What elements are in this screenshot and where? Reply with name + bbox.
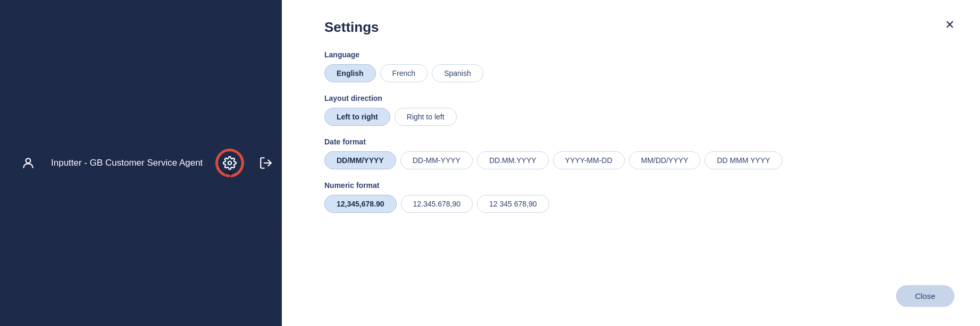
settings-button[interactable]: ☞	[216, 150, 243, 176]
layout-direction-section: Layout direction Left to right Right to …	[324, 94, 954, 126]
settings-header: Settings ✕	[324, 19, 954, 36]
date-dd-mmm-yyyy[interactable]: DD MMM YYYY	[705, 151, 782, 169]
date-dd-mm-yyyy-slash[interactable]: DD/MM/YYYY	[324, 151, 396, 169]
gear-icon	[223, 156, 237, 170]
settings-title: Settings	[324, 19, 379, 36]
numeric-space-comma[interactable]: 12 345 678,90	[477, 195, 549, 213]
close-x-button[interactable]: ✕	[945, 19, 954, 31]
language-french[interactable]: French	[380, 64, 428, 82]
layout-ltr[interactable]: Left to right	[324, 108, 390, 126]
date-yyyy-mm-dd[interactable]: YYYY-MM-DD	[553, 151, 625, 169]
language-label: Language	[324, 50, 954, 59]
date-format-options: DD/MM/YYYY DD-MM-YYYY DD.MM.YYYY YYYY-MM…	[324, 151, 954, 169]
date-dd-mm-yyyy-dot[interactable]: DD.MM.YYYY	[477, 151, 549, 169]
date-mm-dd-yyyy[interactable]: MM/DD/YYYY	[629, 151, 701, 169]
language-english[interactable]: English	[324, 64, 376, 82]
avatar	[15, 150, 41, 176]
language-spanish[interactable]: Spanish	[432, 64, 483, 82]
layout-direction-options: Left to right Right to left	[324, 108, 954, 126]
layout-rtl[interactable]: Right to left	[395, 108, 457, 126]
svg-point-1	[228, 161, 232, 165]
date-dd-mm-yyyy-dash[interactable]: DD-MM-YYYY	[400, 151, 473, 169]
language-section: Language English French Spanish	[324, 50, 954, 82]
layout-direction-label: Layout direction	[324, 94, 954, 102]
logout-icon	[259, 156, 273, 170]
date-format-section: Date format DD/MM/YYYY DD-MM-YYYY DD.MM.…	[324, 138, 954, 169]
numeric-format-options: 12,345,678.90 12.345.678,90 12 345 678,9…	[324, 195, 954, 213]
numeric-format-section: Numeric format 12,345,678.90 12.345.678,…	[324, 181, 954, 213]
user-name: Inputter - GB Customer Service Agent	[51, 158, 203, 168]
svg-point-0	[26, 158, 31, 163]
close-button[interactable]: Close	[896, 285, 954, 307]
settings-panel: Settings ✕ Language English French Spani…	[282, 0, 980, 326]
numeric-format-label: Numeric format	[324, 181, 954, 190]
footer: Close	[324, 285, 954, 307]
user-icon	[21, 156, 35, 170]
numeric-comma-dot[interactable]: 12,345,678.90	[324, 195, 397, 213]
language-options: English French Spanish	[324, 64, 954, 82]
numeric-dot-comma[interactable]: 12.345.678,90	[401, 195, 473, 213]
logout-button[interactable]	[253, 150, 279, 176]
date-format-label: Date format	[324, 138, 954, 146]
user-row: Inputter - GB Customer Service Agent ☞	[0, 150, 279, 176]
left-panel: Inputter - GB Customer Service Agent ☞	[0, 0, 282, 326]
